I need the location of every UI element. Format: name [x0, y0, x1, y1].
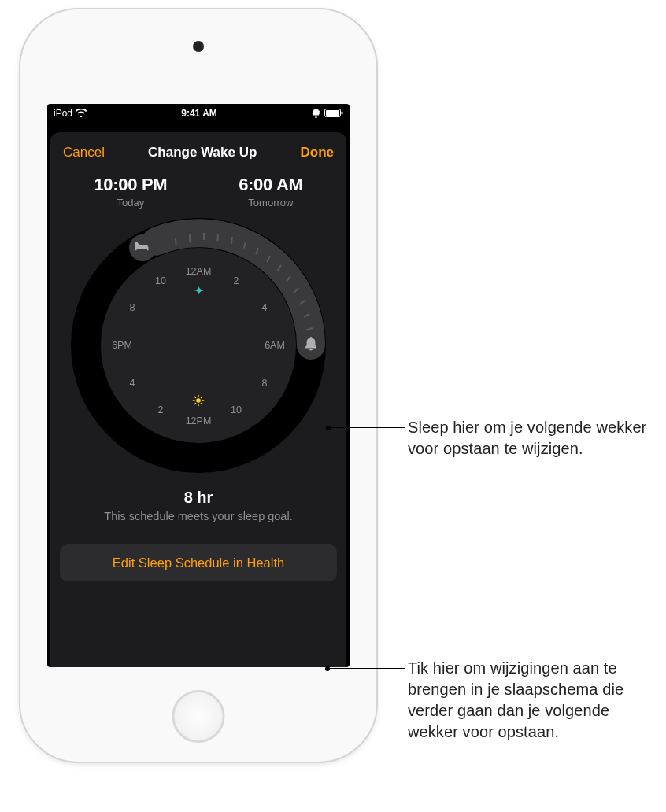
svg-line-6	[217, 234, 218, 241]
sleep-goal-message: This schedule meets your sleep goal.	[66, 510, 331, 522]
dial-12am: 12AM	[186, 266, 212, 277]
home-button[interactable]	[172, 690, 225, 743]
bedtime-handle[interactable]	[129, 234, 156, 261]
cancel-button[interactable]: Cancel	[63, 145, 105, 161]
sleep-duration: 8 hr	[66, 489, 331, 507]
svg-rect-1	[326, 110, 339, 116]
wake-day: Tomorrow	[239, 197, 302, 209]
wifi-icon	[76, 109, 87, 117]
bedtime-day: Today	[94, 197, 167, 209]
dial-2b: 2	[158, 404, 164, 415]
callout-dot	[325, 666, 330, 671]
bed-icon	[135, 239, 150, 257]
dial-8b: 8	[130, 302, 135, 313]
nav-title: Change Wake Up	[148, 145, 257, 161]
battery-icon	[324, 109, 343, 117]
alarm-status-icon	[312, 109, 320, 118]
screen: iPod 9:41 AM Cancel Change Wake Up Done	[47, 104, 350, 667]
front-camera	[193, 41, 204, 52]
wake-readout: 6:00 AM Tomorrow	[239, 175, 302, 209]
bell-icon	[304, 337, 318, 354]
dial-6am: 6AM	[265, 340, 285, 351]
wake-value: 6:00 AM	[239, 175, 302, 195]
bedtime-value: 10:00 PM	[94, 175, 167, 195]
sleep-summary: 8 hr This schedule meets your sleep goal…	[50, 489, 346, 522]
dial-12pm: 12PM	[186, 415, 212, 426]
sleep-dial[interactable]: 12AM 2 4 6AM 8 10 12PM 2 4 6PM 8 10 ✦	[50, 218, 346, 473]
carrier-label: iPod	[54, 108, 72, 119]
svg-line-24	[194, 403, 195, 404]
dial-2: 2	[234, 275, 239, 286]
svg-line-7	[231, 237, 232, 244]
svg-line-23	[201, 403, 202, 404]
svg-line-25	[201, 397, 202, 397]
device-frame: iPod 9:41 AM Cancel Change Wake Up Done	[19, 8, 378, 763]
dial-6pm: 6PM	[112, 340, 132, 351]
callout-1: Sleep hier om je volgende wekker voor op…	[408, 417, 660, 460]
wakeup-handle[interactable]	[298, 332, 324, 359]
svg-line-22	[194, 397, 195, 397]
dial-4: 4	[262, 302, 268, 313]
edit-sleep-schedule-button[interactable]: Edit Sleep Schedule in Health	[60, 544, 337, 581]
night-sparkle-icon: ✦	[194, 283, 204, 298]
svg-line-3	[176, 238, 176, 245]
dial-8: 8	[262, 378, 268, 389]
callout-2: Tik hier om wijzigingen aan te brengen i…	[408, 658, 660, 743]
dial-10: 10	[231, 404, 242, 415]
times-row: 10:00 PM Today 6:00 AM Tomorrow	[50, 164, 346, 213]
callout-line-2	[327, 668, 405, 669]
svg-rect-2	[341, 112, 342, 115]
done-button[interactable]: Done	[301, 145, 335, 161]
callout-dot	[326, 426, 331, 430]
dial-4b: 4	[130, 378, 135, 389]
sun-icon	[192, 394, 205, 410]
dial-10b: 10	[155, 275, 166, 286]
svg-point-17	[196, 398, 201, 403]
nav-bar: Cancel Change Wake Up Done	[50, 138, 346, 164]
callout-line-1	[328, 427, 405, 428]
status-bar-time: 9:41 AM	[181, 108, 217, 119]
status-bar: iPod 9:41 AM	[47, 104, 350, 120]
bedtime-readout: 10:00 PM Today	[94, 175, 167, 209]
change-wakeup-sheet: Cancel Change Wake Up Done 10:00 PM Toda…	[50, 132, 346, 667]
